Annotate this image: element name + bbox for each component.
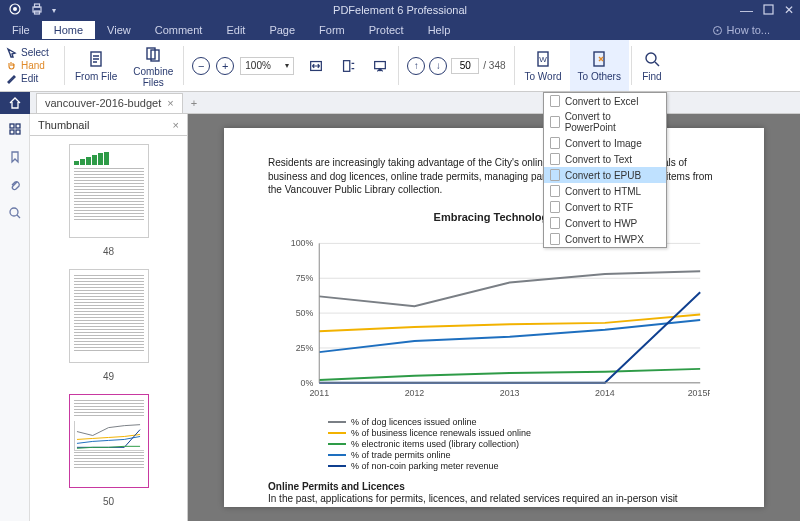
file-icon — [550, 137, 560, 149]
svg-rect-20 — [10, 130, 14, 134]
presentation-button[interactable] — [364, 40, 396, 91]
menu-page[interactable]: Page — [257, 21, 307, 39]
menu-file[interactable]: File — [0, 21, 42, 39]
dropdown-caret-icon[interactable]: ▾ — [52, 6, 56, 15]
find-button[interactable]: Find — [634, 40, 670, 91]
thumbnail-panel-title: Thumbnail — [38, 119, 89, 131]
svg-text:2012: 2012 — [405, 387, 425, 397]
svg-rect-5 — [764, 5, 773, 14]
close-tab-icon[interactable]: × — [167, 97, 173, 109]
zoom-level-select[interactable]: 100%▾ — [240, 57, 294, 75]
menu-protect[interactable]: Protect — [357, 21, 416, 39]
dropdown-item[interactable]: Convert to Excel — [544, 93, 666, 109]
svg-text:0%: 0% — [301, 377, 314, 387]
menu-edit[interactable]: Edit — [214, 21, 257, 39]
legend-item: % electronic items used (library collect… — [328, 439, 720, 449]
body-paragraph: In the past, applications for permits, l… — [268, 492, 720, 506]
edit-mode[interactable]: Edit — [6, 73, 56, 84]
thumbnail[interactable] — [69, 269, 149, 363]
next-page-button[interactable]: ↓ — [429, 57, 447, 75]
menu-comment[interactable]: Comment — [143, 21, 215, 39]
close-thumbnail-panel-icon[interactable]: × — [173, 119, 179, 131]
to-others-button[interactable]: To Others — [570, 40, 629, 91]
app-title: PDFelement 6 Professional — [333, 4, 467, 16]
svg-rect-16 — [594, 52, 604, 66]
page-number-input[interactable] — [451, 58, 479, 74]
thumbnail[interactable] — [69, 394, 149, 488]
left-sidebar — [0, 114, 30, 521]
dropdown-item[interactable]: Convert to EPUB — [544, 167, 666, 183]
svg-text:2015F: 2015F — [688, 387, 710, 397]
document-tab-bar: vancouver-2016-budget × + — [0, 92, 800, 114]
minimize-button[interactable]: — — [740, 3, 753, 18]
ribbon: Select Hand Edit From File Combine Files… — [0, 40, 800, 92]
page-nav-group: ↑ ↓ / 348 — [401, 40, 511, 91]
svg-rect-19 — [16, 124, 20, 128]
bookmarks-icon[interactable] — [8, 150, 22, 164]
svg-point-7 — [716, 29, 718, 31]
maximize-button[interactable] — [763, 4, 774, 17]
to-others-dropdown[interactable]: Convert to ExcelConvert to PowerPointCon… — [543, 92, 667, 248]
document-tab[interactable]: vancouver-2016-budget × — [36, 93, 183, 113]
svg-text:W: W — [539, 55, 547, 64]
file-icon — [550, 217, 560, 229]
file-icon — [550, 169, 560, 181]
svg-text:50%: 50% — [296, 308, 314, 318]
dropdown-item[interactable]: Convert to PowerPoint — [544, 109, 666, 135]
close-button[interactable]: ✕ — [784, 3, 794, 17]
zoom-group: − + 100%▾ — [186, 40, 300, 91]
home-tab[interactable] — [0, 92, 30, 114]
dropdown-item[interactable]: Convert to RTF — [544, 199, 666, 215]
dropdown-item[interactable]: Convert to HWPX — [544, 231, 666, 247]
file-icon — [550, 185, 560, 197]
search-sidebar-icon[interactable] — [8, 206, 22, 220]
thumbnail-label: 49 — [103, 371, 114, 382]
dropdown-item[interactable]: Convert to Image — [544, 135, 666, 151]
svg-rect-18 — [10, 124, 14, 128]
zoom-out-button[interactable]: − — [192, 57, 210, 75]
select-mode[interactable]: Select — [6, 47, 56, 58]
menu-home[interactable]: Home — [42, 21, 95, 39]
svg-point-17 — [646, 53, 656, 63]
document-canvas[interactable]: Residents are increasingly taking advant… — [188, 114, 800, 521]
title-bar: ▾ PDFelement 6 Professional — ✕ — [0, 0, 800, 20]
prev-page-button[interactable]: ↑ — [407, 57, 425, 75]
attachments-icon[interactable] — [8, 178, 22, 192]
menu-form[interactable]: Form — [307, 21, 357, 39]
thumbnails-icon[interactable] — [8, 122, 22, 136]
file-icon — [550, 153, 560, 165]
combine-files-button[interactable]: Combine Files — [125, 40, 181, 91]
page-view: Residents are increasingly taking advant… — [224, 128, 764, 507]
app-logo-icon — [8, 2, 22, 18]
hand-mode[interactable]: Hand — [6, 60, 56, 71]
svg-rect-21 — [16, 130, 20, 134]
ribbon-mode-group: Select Hand Edit — [0, 40, 62, 91]
svg-rect-3 — [35, 4, 40, 7]
how-to-link[interactable]: How to... — [712, 24, 800, 36]
file-icon — [550, 116, 560, 128]
chart-legend: % of dog licences issued online% of busi… — [328, 417, 720, 471]
fit-page-button[interactable] — [332, 40, 364, 91]
svg-text:100%: 100% — [291, 238, 314, 248]
thumbnail-label: 48 — [103, 246, 114, 257]
dropdown-item[interactable]: Convert to HTML — [544, 183, 666, 199]
chart: 0%25%50%75%100%20112012201320142015F — [278, 229, 710, 409]
from-file-button[interactable]: From File — [67, 40, 125, 91]
section-title: Online Permits and Licences — [268, 481, 720, 492]
menu-help[interactable]: Help — [416, 21, 463, 39]
page-total: / 348 — [483, 60, 505, 71]
dropdown-item[interactable]: Convert to Text — [544, 151, 666, 167]
menu-view[interactable]: View — [95, 21, 143, 39]
dropdown-item[interactable]: Convert to HWP — [544, 215, 666, 231]
thumbnail[interactable] — [69, 144, 149, 238]
print-icon[interactable] — [30, 2, 44, 18]
svg-text:2014: 2014 — [595, 387, 615, 397]
to-word-button[interactable]: W To Word — [517, 40, 570, 91]
fit-width-button[interactable] — [300, 40, 332, 91]
new-tab-button[interactable]: + — [191, 97, 197, 109]
file-icon — [550, 233, 560, 245]
zoom-in-button[interactable]: + — [216, 57, 234, 75]
legend-item: % of dog licences issued online — [328, 417, 720, 427]
legend-item: % of trade permits online — [328, 450, 720, 460]
thumbnail-label: 50 — [103, 496, 114, 507]
